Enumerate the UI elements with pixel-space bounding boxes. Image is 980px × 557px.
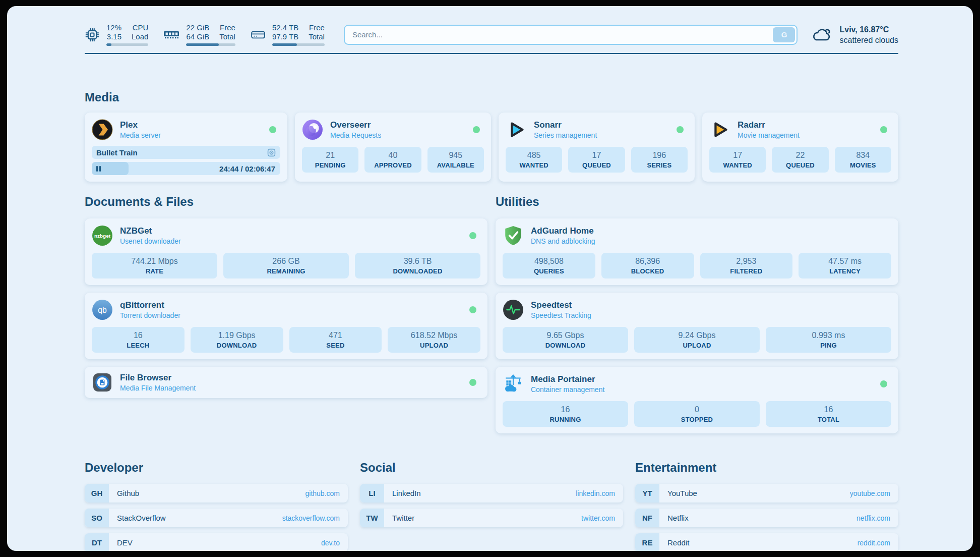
- ram-icon: [163, 28, 179, 41]
- link-row-github[interactable]: GH Github github.com: [85, 484, 348, 503]
- app-card-adguard[interactable]: AdGuard Home DNS and adblocking 498,508 …: [496, 218, 898, 285]
- section-title-media: Media: [85, 90, 898, 104]
- link-url: reddit.com: [858, 539, 890, 547]
- link-url: youtube.com: [850, 489, 890, 497]
- plex-icon: [92, 119, 113, 140]
- stat-chip: 744.21 Mbps RATE: [92, 253, 217, 278]
- app-card-filebrowser[interactable]: File Browser Media File Management: [85, 367, 487, 398]
- stat-chip: 2,953 FILTERED: [700, 253, 793, 278]
- link-abbr: DT: [85, 533, 109, 551]
- stat-value: 16: [94, 331, 182, 340]
- now-playing-bar: Bullet Train: [92, 146, 280, 159]
- cpu-stat: 12% CPU 3.15 Load: [85, 23, 148, 46]
- stat-chip: 834 MOVIES: [835, 147, 891, 173]
- stat-value: 40: [366, 151, 419, 160]
- app-subtitle: Series management: [534, 131, 597, 139]
- app-card-speedtest[interactable]: Speedtest Speedtest Tracking 9.65 Gbps D…: [496, 293, 898, 359]
- link-row-netflix[interactable]: NF Netflix netflix.com: [635, 509, 898, 527]
- search-provider-button[interactable]: G: [773, 27, 795, 42]
- stat-label: QUEUED: [774, 161, 826, 169]
- link-abbr: TW: [360, 509, 384, 527]
- stat-label: PENDING: [304, 161, 356, 169]
- section-title-utilities: Utilities: [496, 195, 898, 209]
- status-online-dot: [469, 379, 476, 386]
- app-subtitle: Torrent downloader: [120, 311, 180, 319]
- status-online-dot: [880, 380, 887, 387]
- link-abbr: NF: [635, 509, 659, 527]
- nzbget-icon: nzbget: [92, 225, 113, 246]
- now-playing-title: Bullet Train: [96, 148, 138, 157]
- stat-chip: 471 SEED: [289, 327, 382, 353]
- svg-text:qb: qb: [98, 306, 107, 314]
- disk-label-bottom: Total: [309, 32, 325, 41]
- app-title: NZBGet: [120, 226, 181, 236]
- link-row-youtube[interactable]: YT YouTube youtube.com: [635, 484, 898, 503]
- stat-label: AVAILABLE: [430, 161, 482, 169]
- stat-value: 2,953: [702, 257, 791, 266]
- app-subtitle: Usenet downloader: [120, 237, 181, 245]
- speedtest-icon: [503, 299, 524, 320]
- stat-chip: 0 STOPPED: [634, 401, 760, 427]
- app-title: Plex: [120, 120, 161, 130]
- app-card-sonarr[interactable]: Sonarr Series management 485 WANTED 17 Q…: [499, 113, 695, 182]
- stat-label: UPLOAD: [636, 342, 758, 349]
- stat-value: 39.6 TB: [357, 257, 478, 266]
- stat-value: 1.19 Gbps: [193, 331, 281, 340]
- links-section-entertainment: Entertainment YT YouTube youtube.com NF …: [635, 461, 898, 551]
- stat-value: 9.65 Gbps: [505, 331, 626, 340]
- stat-value: 945: [430, 151, 482, 160]
- search-bar: G: [344, 25, 798, 45]
- stat-value: 498,508: [505, 257, 593, 266]
- weather-location-temp: Lviv, 16.87°C: [839, 24, 898, 35]
- app-card-plex[interactable]: Plex Media server Bullet Train: [85, 113, 287, 182]
- links-section-developer: Developer GH Github github.com SO StackO…: [85, 461, 348, 551]
- link-url: linkedin.com: [576, 489, 615, 497]
- link-row-stackoverflow[interactable]: SO StackOverflow stackoverflow.com: [85, 509, 348, 527]
- weather-condition: scattered clouds: [839, 35, 898, 45]
- search-input[interactable]: [344, 25, 798, 45]
- link-url: dev.to: [321, 539, 340, 547]
- stat-label: QUERIES: [505, 267, 593, 275]
- stat-chip: 9.65 Gbps DOWNLOAD: [503, 327, 628, 353]
- stat-chip: 498,508 QUERIES: [503, 253, 595, 278]
- playback-time: 24:44 / 02:06:47: [219, 164, 280, 173]
- stat-label: WANTED: [711, 161, 764, 169]
- link-row-twitter[interactable]: TW Twitter twitter.com: [360, 509, 623, 527]
- link-row-dev[interactable]: DT DEV dev.to: [85, 533, 348, 551]
- pause-icon: [96, 166, 101, 172]
- app-card-radarr[interactable]: Radarr Movie management 17 WANTED 22 QUE…: [702, 113, 898, 182]
- app-card-overseerr[interactable]: Overseerr Media Requests 21 PENDING 40 A…: [295, 113, 491, 182]
- app-card-qbittorrent[interactable]: qb qBittorrent Torrent downloader 16 LEE…: [85, 293, 487, 359]
- app-title: Speedtest: [531, 300, 591, 310]
- stat-chip: 16 TOTAL: [766, 401, 891, 427]
- stat-value: 17: [711, 151, 764, 160]
- stat-label: TOTAL: [768, 416, 889, 423]
- app-title: qBittorrent: [120, 300, 180, 310]
- app-title: Sonarr: [534, 120, 597, 130]
- qbittorrent-icon: qb: [92, 299, 113, 320]
- app-card-nzbget[interactable]: nzbget NZBGet Usenet downloader 744.21 M…: [85, 218, 487, 285]
- app-card-portainer[interactable]: Media Portainer Container management 16 …: [496, 367, 898, 433]
- dashboard-panel: 12% CPU 3.15 Load 22 G: [7, 6, 973, 551]
- link-row-linkedin[interactable]: LI LinkedIn linkedin.com: [360, 484, 623, 503]
- app-subtitle: Media server: [120, 131, 161, 139]
- stat-label: BLOCKED: [603, 267, 692, 275]
- link-name: DEV: [117, 538, 133, 547]
- stat-chip: 945 AVAILABLE: [427, 147, 484, 173]
- section-title-social: Social: [360, 461, 623, 475]
- ram-total: 64 GiB: [186, 32, 209, 41]
- stat-value: 471: [291, 331, 380, 340]
- app-subtitle: Speedtest Tracking: [531, 311, 591, 319]
- app-subtitle: Media Requests: [330, 131, 381, 139]
- link-row-reddit[interactable]: RE Reddit reddit.com: [635, 533, 898, 551]
- overseerr-icon: [302, 119, 323, 140]
- stat-value: 17: [570, 151, 623, 160]
- stat-chip: 0.993 ms PING: [766, 327, 891, 353]
- app-subtitle: Movie management: [738, 131, 800, 139]
- link-name: Github: [117, 489, 139, 497]
- stat-chip: 39.6 TB DOWNLOADED: [355, 253, 480, 278]
- stat-value: 485: [508, 151, 560, 160]
- ram-label-bottom: Total: [219, 32, 235, 41]
- stat-value: 266 GB: [225, 257, 347, 266]
- cpu-load: 3.15: [106, 32, 121, 41]
